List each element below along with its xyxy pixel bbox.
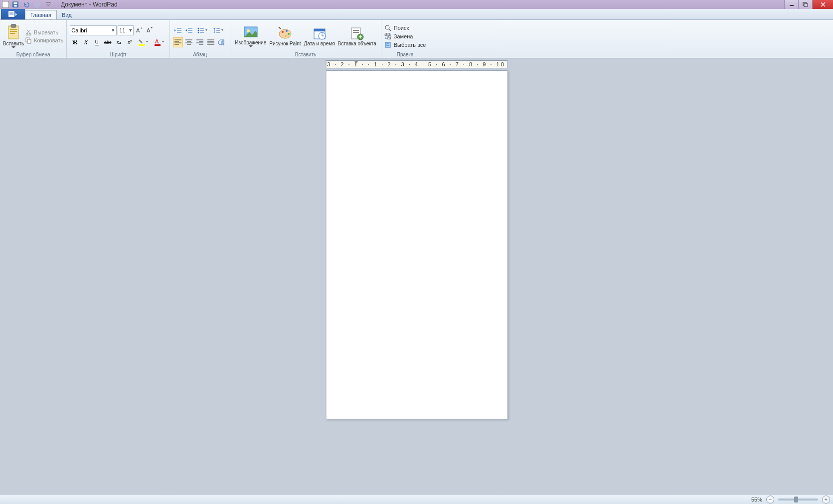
font-name-combo[interactable]: ▾ [70, 25, 117, 35]
svg-point-32 [198, 29, 199, 31]
insert-object-button[interactable]: Вставка объекта [336, 26, 378, 46]
group-paragraph: Абзац [170, 20, 230, 58]
group-label-font: Шрифт [70, 51, 167, 58]
increase-indent-button[interactable] [184, 25, 194, 35]
maximize-button[interactable] [798, 0, 812, 9]
svg-rect-15 [10, 33, 15, 34]
svg-rect-6 [804, 3, 808, 6]
qat-customize-button[interactable] [44, 0, 53, 8]
superscript-button[interactable]: x² [125, 37, 135, 47]
qat-undo-button[interactable] [22, 0, 31, 8]
font-color-button[interactable]: A [152, 37, 167, 47]
svg-rect-2 [14, 5, 16, 7]
group-label-insert: Вставить [233, 51, 378, 58]
first-line-indent-marker[interactable] [354, 61, 358, 64]
svg-rect-65 [314, 29, 325, 31]
zoom-slider-thumb[interactable] [794, 497, 798, 503]
insert-datetime-button[interactable]: Дата и время [303, 26, 336, 46]
group-editing: Поиск abac Замена Выбрать все Правка [381, 20, 430, 58]
align-right-button[interactable] [195, 37, 205, 47]
decrease-indent-button[interactable] [173, 25, 183, 35]
close-button[interactable] [812, 0, 833, 9]
tab-view[interactable]: Вид [57, 10, 77, 19]
qat-save-button[interactable] [11, 0, 20, 8]
group-insert: Изображение Рисунок Paint Дата и время В… [230, 20, 381, 58]
insert-datetime-label: Дата и время [304, 41, 335, 46]
cut-button[interactable]: Вырезать [25, 29, 63, 36]
group-label-clipboard: Буфер обмена [3, 51, 63, 58]
svg-text:A: A [155, 38, 159, 44]
minimize-button[interactable] [784, 0, 798, 9]
svg-line-74 [389, 29, 391, 31]
svg-rect-8 [9, 12, 13, 12]
svg-text:ac: ac [387, 34, 391, 40]
line-spacing-button[interactable] [211, 25, 226, 35]
font-name-input[interactable] [71, 27, 111, 33]
tab-home[interactable]: Главная [25, 10, 57, 19]
svg-rect-12 [11, 24, 16, 27]
left-indent-marker[interactable] [353, 68, 357, 68]
svg-point-16 [26, 33, 28, 35]
app-icon [2, 1, 9, 8]
shrink-font-button[interactable]: A [145, 25, 154, 35]
group-font: ▾ ▾ A A Ж К Ч abc x₂ x² [67, 20, 170, 58]
zoom-in-button[interactable]: + [822, 496, 830, 504]
document-page[interactable] [326, 70, 507, 419]
paste-button[interactable]: Вставить [3, 24, 24, 48]
svg-point-17 [29, 33, 31, 35]
grow-font-button[interactable]: A [135, 25, 144, 35]
bold-button[interactable]: Ж [70, 37, 80, 47]
zoom-out-button[interactable]: − [766, 496, 774, 504]
paragraph-dialog-button[interactable] [217, 37, 227, 47]
svg-point-62 [288, 33, 290, 35]
insert-paint-label: Рисунок Paint [269, 41, 301, 46]
window-title: Документ - WordPad [61, 1, 118, 8]
underline-button[interactable]: Ч [92, 37, 102, 47]
paste-label: Вставить [3, 41, 24, 46]
right-indent-marker[interactable] [478, 68, 482, 68]
zoom-slider[interactable] [778, 499, 818, 501]
subscript-button[interactable]: x₂ [114, 37, 124, 47]
group-clipboard: Вставить Вырезать Копировать Буфер обмен… [0, 20, 67, 58]
status-bar: 55% − + [0, 494, 833, 504]
file-menu-button[interactable] [1, 8, 25, 19]
insert-object-label: Вставка объекта [338, 41, 376, 46]
align-left-button[interactable] [173, 37, 183, 47]
svg-rect-14 [10, 31, 17, 32]
svg-rect-22 [139, 44, 145, 46]
qat-redo-button[interactable] [33, 0, 42, 8]
font-size-input[interactable] [119, 27, 129, 33]
find-button[interactable]: Поиск [384, 24, 426, 31]
horizontal-ruler[interactable]: 3 · 2 · 1 · · 1 · 2 · 3 · 4 · 5 · 6 · 7 … [326, 60, 507, 68]
replace-button[interactable]: abac Замена [384, 33, 426, 40]
svg-text:A: A [147, 27, 151, 33]
font-size-combo[interactable]: ▾ [118, 25, 134, 35]
align-center-button[interactable] [184, 37, 194, 47]
svg-point-60 [282, 31, 284, 33]
svg-rect-13 [10, 29, 17, 30]
svg-rect-70 [353, 30, 359, 31]
svg-point-63 [285, 35, 287, 37]
insert-image-button[interactable]: Изображение [233, 25, 268, 47]
zoom-percentage: 55% [751, 497, 762, 503]
svg-rect-1 [14, 2, 17, 4]
strikethrough-button[interactable]: abc [103, 37, 113, 47]
select-all-button[interactable]: Выбрать все [384, 41, 426, 48]
group-label-paragraph: Абзац [173, 51, 227, 58]
insert-paint-button[interactable]: Рисунок Paint [268, 26, 302, 46]
svg-point-61 [286, 30, 288, 32]
bullets-button[interactable] [195, 25, 210, 35]
align-justify-button[interactable] [206, 37, 216, 47]
svg-rect-19 [27, 39, 31, 43]
svg-rect-71 [353, 32, 359, 33]
chevron-down-icon[interactable]: ▾ [111, 27, 115, 33]
copy-button[interactable]: Копировать [25, 37, 63, 44]
ribbon: Вставить Вырезать Копировать Буфер обмен… [0, 20, 833, 58]
svg-rect-77 [385, 42, 390, 47]
document-workspace: 3 · 2 · 1 · · 1 · 2 · 3 · 4 · 5 · 6 · 7 … [0, 58, 833, 494]
highlight-color-button[interactable] [136, 37, 151, 47]
insert-image-label: Изображение [235, 40, 266, 45]
italic-button[interactable]: К [81, 37, 91, 47]
chevron-down-icon[interactable]: ▾ [129, 27, 132, 33]
svg-point-58 [247, 29, 250, 32]
